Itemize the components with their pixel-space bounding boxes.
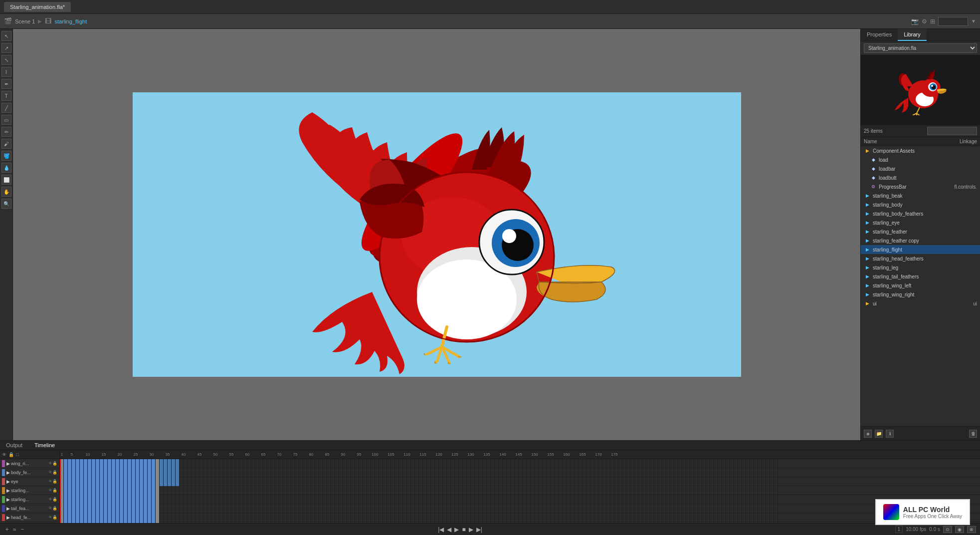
frame-cell-4-137[interactable] — [606, 495, 610, 504]
frame-cell-3-154[interactable] — [674, 486, 678, 495]
frame-cell-2-11[interactable] — [104, 477, 108, 486]
frame-cell-5-144[interactable] — [634, 504, 638, 513]
frame-cell-3-159[interactable] — [694, 486, 698, 495]
frame-cell-5-111[interactable] — [503, 504, 507, 513]
frame-cell-1-23[interactable] — [152, 468, 156, 477]
frame-cell-7-138[interactable] — [610, 522, 614, 523]
frame-cell-5-22[interactable] — [148, 504, 152, 513]
frame-cell-2-169[interactable] — [734, 477, 738, 486]
frame-cell-1-46[interactable] — [243, 468, 247, 477]
frame-cell-1-53[interactable] — [271, 468, 275, 477]
frame-cell-7-163[interactable] — [710, 522, 714, 523]
add-layer-btn[interactable]: ＋ — [4, 525, 10, 534]
frame-cell-6-30[interactable] — [180, 513, 184, 522]
frame-cell-6-107[interactable] — [487, 513, 491, 522]
frame-cell-4-127[interactable] — [567, 495, 571, 504]
frame-cell-5-27[interactable] — [168, 504, 172, 513]
frame-cell-7-39[interactable] — [215, 522, 219, 523]
frame-cell-2-161[interactable] — [702, 477, 706, 486]
frame-cell-3-176[interactable] — [762, 486, 766, 495]
frame-cell-5-105[interactable] — [479, 504, 483, 513]
frame-cell-3-26[interactable] — [164, 486, 168, 495]
frame-cell-4-29[interactable] — [176, 495, 180, 504]
frame-cell-2-114[interactable] — [515, 477, 519, 486]
frame-cell-4-172[interactable] — [746, 495, 750, 504]
frame-cell-3-107[interactable] — [487, 486, 491, 495]
frame-cell-5-66[interactable] — [323, 504, 327, 513]
frame-cell-3-71[interactable] — [343, 486, 347, 495]
frame-cell-3-131[interactable] — [583, 486, 587, 495]
frame-cell-7-93[interactable] — [431, 522, 435, 523]
frame-cell-1-77[interactable] — [367, 468, 371, 477]
frame-cell-3-121[interactable] — [543, 486, 547, 495]
library-item-starling_leg[interactable]: ▶ starling_leg — [861, 263, 980, 272]
frame-cell-7-158[interactable] — [690, 522, 694, 523]
frame-cell-5-14[interactable] — [116, 504, 120, 513]
frame-cell-0-167[interactable] — [726, 459, 730, 468]
frame-cell-6-133[interactable] — [590, 513, 594, 522]
frame-cell-4-9[interactable] — [96, 495, 100, 504]
frame-cell-7-71[interactable] — [343, 522, 347, 523]
frame-cell-0-157[interactable] — [686, 459, 690, 468]
frame-cell-2-30[interactable] — [180, 477, 184, 486]
frame-cell-5-34[interactable] — [196, 504, 199, 513]
frame-cell-3-38[interactable] — [211, 486, 215, 495]
frame-cell-7-25[interactable] — [160, 522, 164, 523]
frame-cell-4-15[interactable] — [120, 495, 124, 504]
frame-cell-0-53[interactable] — [271, 459, 275, 468]
frame-cell-4-40[interactable] — [219, 495, 223, 504]
frame-cell-1-164[interactable] — [714, 468, 718, 477]
frame-cell-6-108[interactable] — [491, 513, 495, 522]
frame-cell-0-161[interactable] — [702, 459, 706, 468]
frame-cell-4-30[interactable] — [180, 495, 184, 504]
frame-cell-0-151[interactable] — [662, 459, 666, 468]
frame-cell-6-117[interactable] — [527, 513, 531, 522]
frame-cell-2-15[interactable] — [120, 477, 124, 486]
frame-cell-6-118[interactable] — [531, 513, 535, 522]
frame-cell-4-159[interactable] — [694, 495, 698, 504]
frame-cell-2-103[interactable] — [471, 477, 475, 486]
frame-cell-3-8[interactable] — [92, 486, 96, 495]
frame-cell-5-42[interactable] — [227, 504, 231, 513]
layer-eye-6[interactable]: 👁 — [48, 515, 52, 520]
frame-cell-3-85[interactable] — [399, 486, 403, 495]
frame-cell-6-151[interactable] — [662, 513, 666, 522]
frame-cell-3-13[interactable] — [112, 486, 116, 495]
frame-cell-5-160[interactable] — [698, 504, 702, 513]
frame-cell-7-6[interactable] — [84, 522, 88, 523]
frame-cell-5-61[interactable] — [303, 504, 307, 513]
frame-cell-1-178[interactable] — [770, 468, 774, 477]
frame-cell-0-175[interactable] — [758, 459, 762, 468]
frame-cell-3-139[interactable] — [614, 486, 618, 495]
frame-cell-1-163[interactable] — [710, 468, 714, 477]
frame-cell-5-63[interactable] — [311, 504, 315, 513]
frame-cell-4-25[interactable] — [160, 495, 164, 504]
frame-cell-4-39[interactable] — [215, 495, 219, 504]
frame-cell-0-3[interactable] — [72, 459, 76, 468]
frame-cell-1-42[interactable] — [227, 468, 231, 477]
frame-cell-4-147[interactable] — [646, 495, 650, 504]
frame-cell-3-50[interactable] — [259, 486, 263, 495]
frame-cell-2-37[interactable] — [207, 477, 211, 486]
frame-cell-1-74[interactable] — [355, 468, 359, 477]
frame-cell-2-83[interactable] — [391, 477, 395, 486]
frame-cell-0-116[interactable] — [523, 459, 527, 468]
frame-cell-5-169[interactable] — [734, 504, 738, 513]
frame-cell-6-1[interactable] — [64, 513, 68, 522]
frame-cell-5-151[interactable] — [662, 504, 666, 513]
onion-markers-btn[interactable]: ◉ — [955, 526, 964, 533]
frame-cell-4-16[interactable] — [124, 495, 128, 504]
frame-cell-3-128[interactable] — [571, 486, 575, 495]
layer-lock-1[interactable]: 🔒 — [52, 470, 57, 475]
frame-cell-6-134[interactable] — [594, 513, 598, 522]
layer-eye-5[interactable]: 👁 — [48, 506, 52, 511]
layer-eye-3[interactable]: 👁 — [48, 488, 52, 493]
frame-cell-2-133[interactable] — [590, 477, 594, 486]
frame-cell-0-47[interactable] — [247, 459, 251, 468]
frame-cell-2-59[interactable] — [295, 477, 299, 486]
frame-cell-1-54[interactable] — [275, 468, 279, 477]
frame-cell-2-160[interactable] — [698, 477, 702, 486]
frame-cell-7-69[interactable] — [335, 522, 339, 523]
frame-cell-1-64[interactable] — [315, 468, 319, 477]
frame-cell-1-146[interactable] — [642, 468, 646, 477]
